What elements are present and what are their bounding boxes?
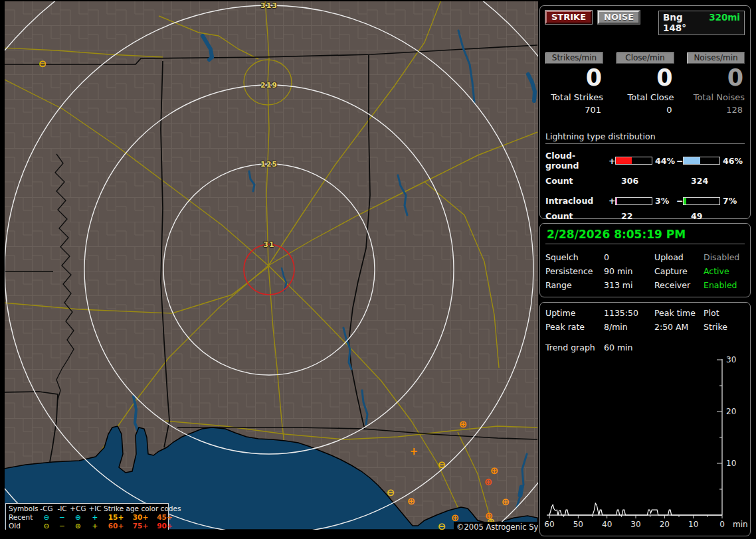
status-panel: 2/28/2026 8:05:19 PM Squelch0UploadDisab… bbox=[539, 223, 751, 297]
status-label: Upload bbox=[654, 252, 704, 262]
sidebar: STRIKE NOISE Bng 148° 320mi Strikes/min0… bbox=[538, 0, 756, 539]
strike-symbol: ⊖ bbox=[387, 488, 395, 498]
cg-negative-pct: 46% bbox=[723, 156, 744, 166]
count-label: Count bbox=[545, 211, 615, 221]
trend-line bbox=[549, 503, 722, 515]
legend-symbol-icon: + bbox=[86, 522, 104, 530]
cloud-ground-label: Cloud-ground bbox=[545, 151, 609, 171]
cg-positive-bar bbox=[615, 157, 652, 165]
trend-graph: 1020306050403020100min bbox=[540, 352, 751, 536]
rate-value: 0 bbox=[545, 65, 603, 90]
strike-button[interactable]: STRIKE bbox=[545, 11, 592, 24]
counter-column-0: Strikes/min0Total Strikes701 bbox=[545, 52, 603, 115]
status-label: Receiver bbox=[654, 280, 704, 290]
ring-distance-label: 313 bbox=[260, 1, 278, 10]
counter-column-1: Close/min0Total Close0 bbox=[616, 52, 674, 115]
x-tick-label: 40 bbox=[602, 520, 612, 529]
total-label: Total Noises bbox=[687, 92, 745, 102]
x-tick-label: 50 bbox=[573, 520, 583, 529]
stat-value: Plot bbox=[704, 308, 745, 318]
cg-negative-count: 324 bbox=[683, 176, 708, 186]
legend-age-code: 45+ bbox=[153, 513, 177, 522]
status-value: 313 mi bbox=[604, 280, 654, 290]
count-label: Count bbox=[545, 176, 615, 186]
y-tick-label: 30 bbox=[726, 355, 736, 364]
legend-col-pos-ic: +IC bbox=[86, 504, 104, 513]
ring-distance-label: 125 bbox=[260, 160, 278, 169]
legend-row-label: Old bbox=[9, 522, 39, 530]
strike-symbol: ⊕ bbox=[459, 420, 468, 429]
bearing-readout: Bng 148° 320mi bbox=[658, 11, 745, 35]
status-label: Persistence bbox=[545, 266, 604, 276]
datetime-display: 2/28/2026 8:05:19 PM bbox=[545, 226, 745, 244]
status-label: Capture bbox=[654, 266, 704, 276]
stat-label: Peak rate bbox=[545, 322, 604, 332]
x-tick-label: 20 bbox=[660, 520, 670, 529]
legend-age-code: 75+ bbox=[128, 522, 153, 530]
stat-label: Peak time bbox=[654, 308, 704, 318]
legend-col-neg-ic: -IC bbox=[54, 504, 70, 513]
minus-sign: − bbox=[676, 196, 683, 206]
bearing-range-value: 320mi bbox=[709, 12, 740, 33]
strike-symbol: ⊖ bbox=[438, 460, 446, 470]
rate-counters: Strikes/min0Total Strikes701Close/min0To… bbox=[545, 52, 745, 115]
x-tick-label: 30 bbox=[630, 520, 640, 529]
strike-symbol: + bbox=[410, 447, 419, 457]
total-value: 128 bbox=[687, 105, 745, 115]
rate-button[interactable]: Strikes/min bbox=[545, 52, 603, 64]
rate-button[interactable]: Noises/min bbox=[687, 52, 745, 64]
stat-value: Strike bbox=[704, 322, 745, 332]
ic-negative-pct: 7% bbox=[723, 196, 744, 206]
strike-symbol: ⊕ bbox=[502, 497, 510, 507]
stat-value: 8/min bbox=[604, 322, 654, 332]
legend-symbol-icon: ⊖ bbox=[39, 522, 54, 530]
stats-grid: Uptime1135:50Peak timePlotPeak rate8/min… bbox=[545, 308, 745, 332]
total-label: Total Close bbox=[616, 92, 674, 102]
legend-symbol-icon: ⊖ bbox=[39, 513, 54, 522]
legend-age-code: 90+ bbox=[153, 522, 177, 530]
ic-negative-count: 49 bbox=[683, 211, 702, 221]
map-area[interactable]: 31125219313 ⊖⊕+⊖⊕⊕⊖⊕⊕⊕⊕⊕⊖ Symbols -CG -I… bbox=[5, 1, 538, 530]
status-value: Disabled bbox=[704, 252, 745, 262]
status-value: Enabled bbox=[704, 280, 745, 290]
bearing-value: Bng 148° bbox=[663, 12, 709, 33]
status-value: 90 min bbox=[604, 266, 654, 276]
counter-column-2: Noises/min0Total Noises128 bbox=[687, 52, 745, 115]
strike-panel: STRIKE NOISE Bng 148° 320mi Strikes/min0… bbox=[539, 5, 751, 219]
ic-positive-bar bbox=[615, 197, 652, 205]
map-legend: Symbols -CG -IC +CG +IC Strike age color… bbox=[5, 503, 169, 530]
legend-row-label: Recent bbox=[9, 513, 39, 522]
plus-sign: + bbox=[609, 156, 615, 166]
distribution-title: Lightning type distribution bbox=[545, 131, 745, 144]
strike-symbol: ⊕ bbox=[490, 466, 499, 476]
legend-col-pos-cg: +CG bbox=[70, 504, 86, 513]
total-value: 0 bbox=[616, 105, 674, 115]
cloud-ground-row: Cloud-ground + 44% − 46% bbox=[545, 151, 745, 171]
trend-graph-label: Trend graph bbox=[545, 343, 604, 352]
total-value: 701 bbox=[545, 105, 603, 115]
trend-graph-window: 60 min bbox=[604, 343, 745, 352]
strike-symbol: ⊕ bbox=[484, 477, 493, 487]
rate-value: 0 bbox=[616, 65, 674, 90]
legend-symbol-icon: − bbox=[54, 522, 70, 530]
legend-symbols-title: Symbols bbox=[9, 504, 39, 513]
legend-symbol-icon: − bbox=[54, 513, 70, 522]
legend-symbol-icon: ⊕ bbox=[70, 513, 86, 522]
strike-symbol: ⊖ bbox=[39, 59, 47, 69]
x-tick-label: 60 bbox=[544, 520, 554, 529]
intracloud-count-row: Count 22 49 bbox=[545, 211, 745, 221]
x-tick-label: 0 bbox=[719, 520, 725, 529]
ring-distance-label: 31 bbox=[263, 240, 274, 249]
legend-symbol-icon: + bbox=[86, 513, 104, 522]
rate-button[interactable]: Close/min bbox=[616, 52, 674, 64]
legend-col-neg-cg: -CG bbox=[39, 504, 54, 513]
noise-button[interactable]: NOISE bbox=[598, 11, 640, 24]
legend-symbol-icon: ⊕ bbox=[70, 522, 86, 530]
cg-positive-count: 306 bbox=[615, 176, 683, 186]
legend-age-code: 60+ bbox=[104, 522, 128, 530]
rate-value: 0 bbox=[687, 65, 745, 90]
ic-positive-pct: 3% bbox=[655, 196, 676, 206]
total-label: Total Strikes bbox=[545, 92, 603, 102]
status-grid: Squelch0UploadDisabledPersistence90 minC… bbox=[545, 252, 745, 290]
status-value: 0 bbox=[604, 252, 654, 262]
